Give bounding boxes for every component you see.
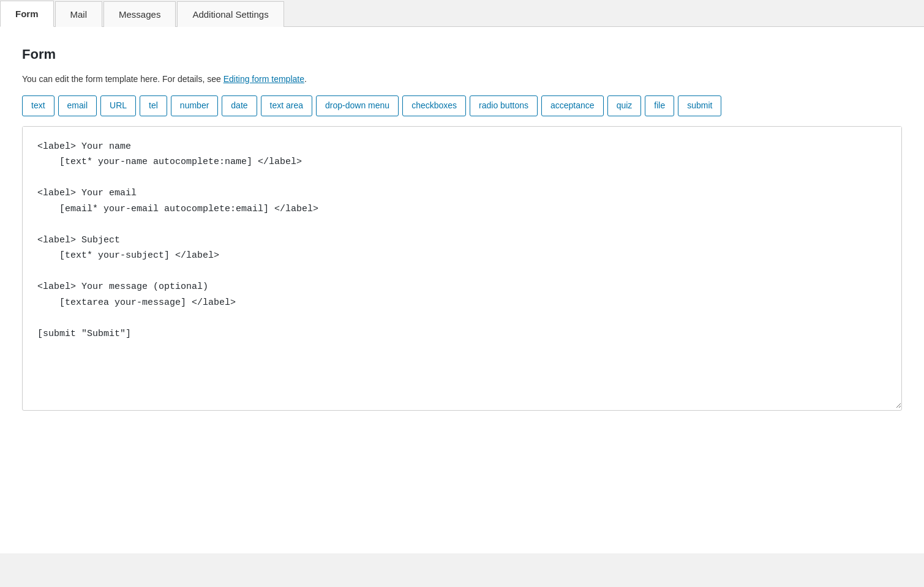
tag-btn-file[interactable]: file xyxy=(645,95,674,116)
content-area: Form You can edit the form template here… xyxy=(0,27,924,553)
tag-btn-radio[interactable]: radio buttons xyxy=(470,95,538,116)
tag-btn-submit[interactable]: submit xyxy=(678,95,721,116)
tag-btn-checkboxes[interactable]: checkboxes xyxy=(402,95,466,116)
tag-btn-quiz[interactable]: quiz xyxy=(607,95,642,116)
tag-btn-date[interactable]: date xyxy=(222,95,257,116)
tag-btn-url[interactable]: URL xyxy=(100,95,136,116)
tab-form[interactable]: Form xyxy=(0,1,54,27)
tab-messages[interactable]: Messages xyxy=(103,1,176,27)
tag-btn-tel[interactable]: tel xyxy=(140,95,167,116)
tag-btn-textarea[interactable]: text area xyxy=(261,95,312,116)
tag-btn-text[interactable]: text xyxy=(22,95,54,116)
tab-additional-settings[interactable]: Additional Settings xyxy=(177,1,284,27)
description: You can edit the form template here. For… xyxy=(22,72,902,86)
tag-btn-dropdown[interactable]: drop-down menu xyxy=(316,95,399,116)
description-text-before: You can edit the form template here. For… xyxy=(22,74,223,84)
editing-form-template-link[interactable]: Editing form template xyxy=(223,74,304,84)
page-title: Form xyxy=(22,47,902,62)
tag-btn-email[interactable]: email xyxy=(58,95,97,116)
description-text-after: . xyxy=(304,74,307,84)
form-template-textarea[interactable] xyxy=(23,127,901,408)
tag-buttons-container: text email URL tel number date text area… xyxy=(22,95,902,116)
tag-btn-acceptance[interactable]: acceptance xyxy=(541,95,604,116)
tabs-bar: Form Mail Messages Additional Settings xyxy=(0,0,924,27)
page-wrapper: Form Mail Messages Additional Settings F… xyxy=(0,0,924,587)
form-editor xyxy=(22,126,902,411)
tag-btn-number[interactable]: number xyxy=(171,95,218,116)
tab-mail[interactable]: Mail xyxy=(55,1,103,27)
